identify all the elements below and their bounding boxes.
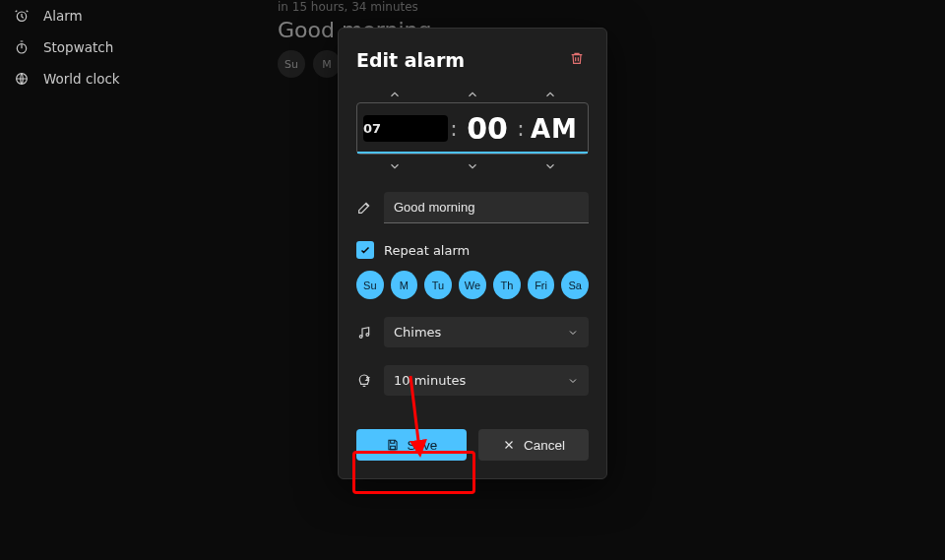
hour-down-button[interactable] (367, 158, 422, 174)
minute-value[interactable]: 00 (460, 111, 515, 146)
dialog-title: Edit alarm (356, 49, 465, 71)
svg-point-4 (366, 333, 369, 336)
day-mo[interactable]: M (391, 271, 418, 299)
chevron-down-icon (388, 159, 402, 173)
alarm-icon (14, 8, 30, 24)
snooze-select[interactable]: 10 minutes (384, 365, 589, 396)
nav-label: Alarm (43, 8, 83, 24)
time-colon: : (448, 116, 460, 141)
chevron-up-icon (466, 88, 479, 101)
close-icon (502, 438, 516, 452)
snooze-value: 10 minutes (394, 373, 466, 388)
svg-point-3 (359, 335, 362, 338)
nav-worldclock[interactable]: World clock (0, 63, 217, 94)
cancel-button[interactable]: Cancel (478, 429, 589, 461)
time-colon: : (515, 116, 527, 141)
minute-up-button[interactable] (445, 87, 500, 102)
nav-stopwatch[interactable]: Stopwatch (0, 31, 217, 63)
bg-day-chip: Su (278, 50, 305, 78)
alarm-name-input[interactable] (384, 192, 589, 223)
hour-up-button[interactable] (367, 87, 422, 102)
day-sa[interactable]: Sa (561, 271, 589, 299)
save-label: Save (408, 438, 438, 453)
ampm-value[interactable]: AM (527, 114, 582, 144)
sidebar: Alarm Stopwatch World clock (0, 0, 217, 560)
ampm-down-button[interactable] (523, 158, 578, 174)
day-th[interactable]: Th (493, 271, 521, 299)
edit-alarm-dialog: Edit alarm 07 : 00 : AM Repeat alarm Su (338, 28, 607, 479)
sound-select[interactable]: Chimes (384, 317, 589, 347)
globe-icon (14, 71, 30, 87)
save-icon (386, 438, 400, 452)
day-su[interactable]: Su (356, 271, 384, 299)
cancel-label: Cancel (524, 438, 565, 453)
snooze-icon (356, 373, 372, 389)
chevron-down-icon (543, 159, 557, 173)
chevron-up-icon (543, 88, 557, 101)
day-we[interactable]: We (459, 271, 486, 299)
edit-icon (356, 200, 372, 216)
trash-icon (569, 50, 585, 66)
minute-down-button[interactable] (445, 158, 500, 174)
sound-value: Chimes (394, 325, 441, 340)
nav-alarm[interactable]: Alarm (0, 0, 217, 31)
check-icon (359, 244, 371, 256)
ampm-up-button[interactable] (523, 87, 578, 102)
day-fr[interactable]: Fri (528, 271, 555, 299)
chevron-down-icon (466, 159, 479, 173)
hour-value[interactable]: 07 (363, 115, 448, 142)
chevron-down-icon (567, 327, 579, 339)
chevron-up-icon (388, 88, 402, 101)
day-buttons: Su M Tu We Th Fri Sa (356, 271, 589, 299)
nav-label: World clock (43, 71, 120, 87)
bg-subtitle: in 15 hours, 34 minutes (278, 0, 418, 14)
time-picker[interactable]: 07 : 00 : AM (356, 102, 589, 155)
repeat-checkbox[interactable] (356, 241, 374, 259)
nav-label: Stopwatch (43, 39, 113, 55)
stopwatch-icon (14, 39, 30, 55)
day-tu[interactable]: Tu (424, 271, 452, 299)
music-icon (356, 325, 372, 341)
delete-button[interactable] (565, 46, 589, 73)
repeat-label: Repeat alarm (384, 243, 470, 258)
bg-day-chip: M (313, 50, 341, 78)
save-button[interactable]: Save (356, 429, 467, 461)
chevron-down-icon (567, 375, 579, 387)
